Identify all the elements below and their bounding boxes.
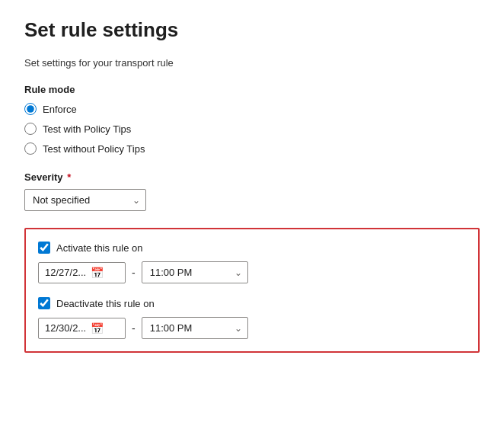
radio-test-with-tips-label: Test with Policy Tips <box>43 123 131 135</box>
deactivate-date-input[interactable]: 12/30/2... 📅 <box>38 318 126 339</box>
page-subtitle: Set settings for your transport rule <box>24 57 480 69</box>
deactivate-time-select[interactable]: 11:00 PM 12:00 AM 1:00 AM 10:00 PM <box>142 317 248 339</box>
deactivate-checkbox-row: Deactivate this rule on <box>38 297 466 309</box>
radio-test-without-tips[interactable]: Test without Policy Tips <box>24 142 480 155</box>
severity-label: Severity * <box>24 171 480 183</box>
severity-select[interactable]: Not specified Low Medium High <box>24 189 146 211</box>
radio-enforce-label: Enforce <box>43 104 77 115</box>
radio-test-without-tips-label: Test without Policy Tips <box>43 143 145 155</box>
required-star: * <box>65 171 72 183</box>
activate-checkbox-row: Activate this rule on <box>38 242 466 254</box>
deactivate-date-value: 12/30/2... <box>45 322 86 334</box>
deactivate-dash: - <box>132 322 136 334</box>
rule-mode-radio-group: Enforce Test with Policy Tips Test witho… <box>24 103 480 155</box>
activate-calendar-icon: 📅 <box>91 267 104 279</box>
deactivate-label: Deactivate this rule on <box>56 298 155 309</box>
deactivate-date-time-row: 12/30/2... 📅 - 11:00 PM 12:00 AM 1:00 AM… <box>38 317 466 339</box>
activate-date-value: 12/27/2... <box>45 267 86 278</box>
deactivate-calendar-icon: 📅 <box>91 322 104 334</box>
activation-box: Activate this rule on 12/27/2... 📅 - 11:… <box>24 228 480 353</box>
activate-time-wrapper: 11:00 PM 12:00 AM 1:00 AM 2:00 AM 10:00 … <box>142 261 248 283</box>
radio-test-without-tips-input[interactable] <box>24 142 37 155</box>
activate-label: Activate this rule on <box>56 242 142 254</box>
activate-time-select[interactable]: 11:00 PM 12:00 AM 1:00 AM 2:00 AM 10:00 … <box>142 261 248 283</box>
deactivate-time-wrapper: 11:00 PM 12:00 AM 1:00 AM 10:00 PM ⌄ <box>142 317 248 339</box>
activate-section: Activate this rule on 12/27/2... 📅 - 11:… <box>38 242 466 283</box>
deactivate-checkbox[interactable] <box>38 297 50 309</box>
radio-enforce[interactable]: Enforce <box>24 103 480 115</box>
rule-mode-label: Rule mode <box>24 84 480 95</box>
deactivate-section: Deactivate this rule on 12/30/2... 📅 - 1… <box>38 297 466 339</box>
severity-select-wrapper: Not specified Low Medium High ⌄ <box>24 189 146 211</box>
severity-section: Severity * Not specified Low Medium High… <box>24 171 480 211</box>
activate-dash: - <box>132 267 136 279</box>
page-title: Set rule settings <box>24 18 480 42</box>
radio-test-with-tips[interactable]: Test with Policy Tips <box>24 123 480 135</box>
radio-test-with-tips-input[interactable] <box>24 123 37 135</box>
activate-checkbox[interactable] <box>38 242 50 254</box>
activate-date-input[interactable]: 12/27/2... 📅 <box>38 262 126 283</box>
radio-enforce-input[interactable] <box>24 103 37 115</box>
activate-date-time-row: 12/27/2... 📅 - 11:00 PM 12:00 AM 1:00 AM… <box>38 261 466 283</box>
